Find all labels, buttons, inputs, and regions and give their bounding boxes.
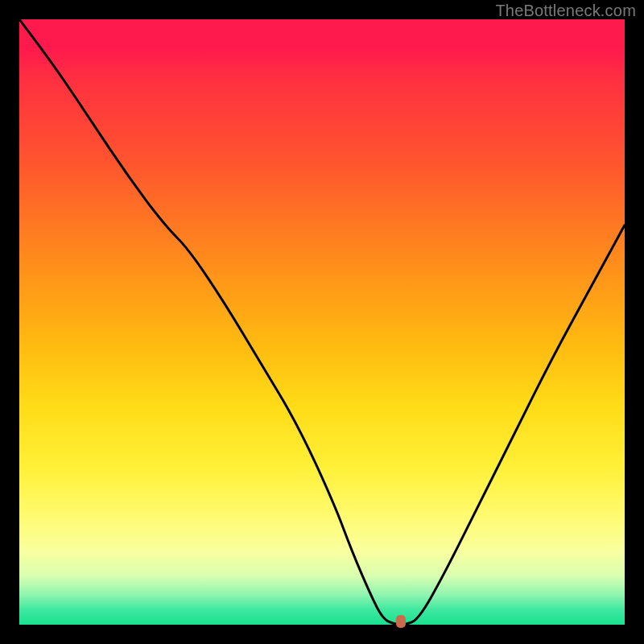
watermark-text: TheBottleneck.com — [495, 2, 636, 20]
chart-frame: TheBottleneck.com — [0, 0, 644, 644]
bottleneck-curve — [19, 19, 625, 625]
valley-marker — [396, 615, 406, 628]
plot-area — [19, 19, 625, 625]
